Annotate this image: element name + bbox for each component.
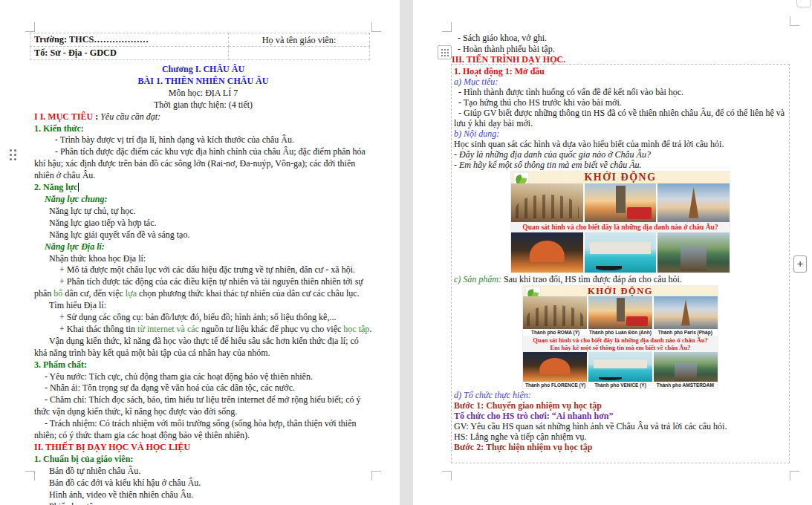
teacher-name-label: Họ và tên giáo viên: bbox=[229, 33, 370, 47]
heading-nang-luc: 2. Năng lực bbox=[34, 182, 372, 194]
word-document-view: { "controls": { "plus_label": "+" }, "co… bbox=[0, 0, 812, 505]
text-run: Vận dụng kiến thức, kĩ năng đã học vào t… bbox=[34, 336, 359, 358]
header-table: Trường: THCS……………… Họ và tên giáo viên: … bbox=[30, 33, 370, 60]
paragraph: Năng lực giao tiếp và hợp tác. bbox=[34, 218, 372, 229]
warmup-banner-title: KHỞI ĐỘNG bbox=[588, 287, 653, 297]
photo-caption: Thành phố Paris (Pháp) bbox=[653, 329, 718, 336]
label-muc-tieu: a) Mục tiêu: bbox=[454, 76, 787, 87]
document-page-1: Trường: THCS……………… Họ và tên giáo viên: … bbox=[0, 0, 400, 505]
photo-big-ben-london bbox=[588, 296, 652, 329]
duration-line: Thời gian thực hiện: (4 tiết) bbox=[34, 100, 372, 111]
add-button[interactable]: + bbox=[793, 255, 807, 273]
paragraph: - Đây là những địa danh của quốc gia nào… bbox=[454, 149, 787, 160]
text-run: c) Sản phẩm: bbox=[454, 274, 501, 284]
photo-caption: Thành phố AMSTERDAM bbox=[653, 382, 718, 388]
paragraph: Năng lực chung: bbox=[34, 194, 372, 206]
text-run: - Trình bày được vị trí địa lí, hình dạn… bbox=[55, 134, 294, 145]
text-run: - Hình thành được tình huống có vấn đề đ… bbox=[458, 87, 683, 97]
text-run: 1. Chuẩn bị của giáo viên: bbox=[34, 454, 133, 464]
text-run: 3. Phẩm chất: bbox=[34, 359, 87, 370]
text-run: Năng lực chung: bbox=[45, 194, 108, 204]
document-page-2: - Sách giáo khoa, vở ghi.- Hoàn thành ph… bbox=[413, 0, 812, 505]
photo-colosseum-rome bbox=[511, 183, 583, 222]
paragraph: Vận dụng kiến thức, kĩ năng đã học vào t… bbox=[34, 336, 372, 359]
margin-mark-icon bbox=[25, 22, 35, 32]
paragraph: - Em hãy kể một số thông tin mà em biết … bbox=[454, 160, 787, 170]
paragraph: - Yêu nước: Tích cực, chủ động tham gia … bbox=[34, 371, 372, 383]
photo-row bbox=[523, 352, 718, 382]
text-run: Năng lực Địa lí: bbox=[45, 241, 105, 252]
page1-body-text: Chương I. CHÂU ÂUBÀI 1. THIÊN NHIÊN CHÂU… bbox=[34, 64, 372, 505]
paragraph: - Chăm chỉ: Thích đọc sách, báo, tìm hiể… bbox=[34, 394, 372, 418]
label-noi-dung: b) Nội dung: bbox=[454, 128, 787, 139]
margin-mark-icon bbox=[790, 471, 799, 480]
text-run: Thời gian thực hiện: (4 tiết) bbox=[154, 100, 253, 110]
text-run: Yêu cầu cần đạt: bbox=[100, 111, 160, 122]
warmup-image-2: KHỞI ĐỘNGThành phố ROMA (Ý)Thành phố Luâ… bbox=[523, 286, 718, 389]
photo-row bbox=[511, 183, 730, 222]
scroll-fragment bbox=[796, 0, 811, 7]
paragraph: - Phân tích được đặc điểm các khu vực đị… bbox=[34, 146, 372, 182]
text-run: Sau khi trao đổi, HS tìm được đáp án cho… bbox=[501, 274, 682, 284]
paragraph: Tìm hiểu Địa lí: bbox=[34, 300, 372, 312]
paragraph: HS: Lắng nghe và tiếp cận nhiệm vụ. bbox=[454, 431, 787, 442]
paragraph: - Hoàn thành phiếu bài tập. bbox=[452, 44, 787, 55]
text-run: chọn phương thức khai thác tự nhiên của … bbox=[137, 288, 360, 299]
text-run: + Sử dụng các công cụ: bản đồ/lược đó, b… bbox=[59, 312, 336, 322]
text-run: BÀI 1. THIÊN NHIÊN CHÂU ÂU bbox=[138, 76, 269, 86]
text-run: Tìm hiểu Địa lí: bbox=[49, 300, 106, 310]
text-run: từ internet và các bbox=[137, 324, 199, 334]
paragraph: - Trình bày được vị trí địa lí, hình dạn… bbox=[34, 134, 372, 146]
text-run: bố bbox=[53, 288, 62, 299]
warmup-image-1: KHỞI ĐỘNGQuan sát hình và cho biết đây l… bbox=[511, 172, 730, 273]
text-run: Năng lực giải quyết vấn đề và sáng tạo. bbox=[49, 229, 189, 240]
paragraph: - Sách giáo khoa, vở ghi. bbox=[452, 33, 787, 44]
warmup-question: Quan sát hình và cho biết đây là những đ… bbox=[523, 336, 718, 353]
text-run: Tổ chức cho HS trò chơi: “Ai nhanh hơn” bbox=[454, 411, 614, 421]
photo-caption: Thành phố FLORENCE (Ý) bbox=[523, 382, 588, 388]
text-run: - Giúp GV biết được những thông tin HS đ… bbox=[454, 108, 785, 128]
text-run: Bước 2: Thực hiện nhiệm vụ học tập bbox=[454, 442, 593, 452]
text-run: III. TIẾN TRÌNH DẠY HỌC. bbox=[452, 54, 565, 65]
paragraph: - Trách nhiệm: Có trách nhiệm với môi tr… bbox=[34, 418, 372, 442]
photo-eiffel-tower-paris bbox=[654, 296, 718, 329]
text-run: dân cư, đến việc bbox=[62, 288, 125, 299]
photo-amsterdam-canal bbox=[657, 232, 730, 273]
text-run: 1. Hoạt động 1: Mở đầu bbox=[454, 66, 545, 76]
game-line: Tổ chức cho HS trò chơi: “Ai nhanh hơn” bbox=[454, 411, 787, 421]
photo-caption: Thành phố VENICE (Ý) bbox=[588, 382, 652, 388]
activity-table-text: 1. Hoạt động 1: Mở đầua) Mục tiêu:- Hình… bbox=[454, 66, 787, 452]
school-name: Trường: THCS……………… bbox=[30, 33, 229, 47]
empty-cell bbox=[229, 47, 370, 60]
photo-caption: Thành phố Luân Đôn (Anh) bbox=[588, 329, 652, 336]
warmup-question-line: Quan sát hình và cho biết đây là những đ… bbox=[513, 224, 728, 232]
warmup-banner: KHỞI ĐỘNG bbox=[511, 172, 730, 183]
text-run: Chương I. CHÂU ÂU bbox=[162, 64, 244, 74]
table-move-handle-icon[interactable] bbox=[438, 45, 452, 59]
photo-venice-canal bbox=[585, 232, 657, 273]
text-run: d) Tổ chức thực hiện: bbox=[454, 390, 531, 400]
paragraph: Bản đồ các đới và kiểu khí hậu ở châu Âu… bbox=[34, 478, 372, 489]
text-run: nguồn tư liệu khác để phục vụ cho việc bbox=[199, 324, 343, 334]
paragraph: Năng lực giải quyết vấn đề và sáng tạo. bbox=[34, 229, 372, 241]
paragraph: + Sử dụng các công cụ: bản đồ/lược đó, b… bbox=[34, 312, 372, 324]
text-run: Bản đồ tự nhiên châu Âu. bbox=[49, 466, 140, 476]
paragraph: - Hình thành được tình huống có vấn đề đ… bbox=[454, 87, 787, 97]
paragraph: + Phân tích được tác động của các điều k… bbox=[34, 276, 372, 300]
heading-kien-thuc: 1. Kiến thức: bbox=[34, 123, 372, 135]
paragraph: GV: Yêu cầu HS quan sát những hình ảnh v… bbox=[454, 421, 787, 431]
photo-row bbox=[523, 296, 718, 329]
photo-row bbox=[511, 232, 730, 273]
text-run: HS: Lắng nghe và tiếp cận nhiệm vụ. bbox=[454, 431, 587, 442]
paragraph: Năng lực tự chủ, tự học. bbox=[34, 206, 372, 218]
section-muc-tieu: I I. MỤC TIÊU : Yêu cầu cần đạt: bbox=[34, 111, 372, 123]
text-run: Hình ảnh, video về thiên nhiên châu Âu. bbox=[49, 489, 193, 500]
photo-big-ben-london bbox=[585, 183, 657, 222]
photo-eiffel-tower-paris bbox=[657, 183, 730, 222]
text-run: . bbox=[369, 324, 371, 334]
text-run: - Phân tích được đặc điểm các khu vực đị… bbox=[34, 146, 366, 180]
text-cursor bbox=[78, 183, 79, 192]
paragraph-drag-handle-icon[interactable] bbox=[9, 149, 18, 160]
margin-mark-icon bbox=[442, 471, 452, 480]
text-run: a) Mục tiêu: bbox=[454, 76, 498, 87]
